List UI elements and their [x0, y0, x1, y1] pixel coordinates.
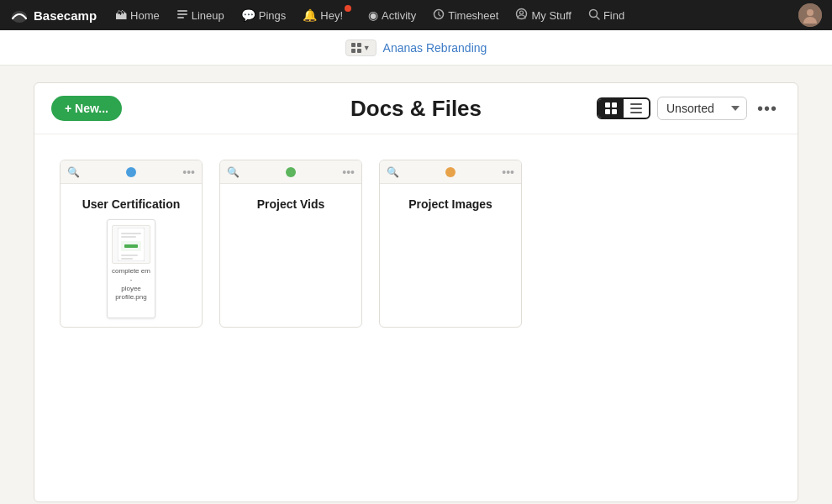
nav-timesheet-label: Timesheet: [448, 9, 498, 22]
file-thumbnail[interactable]: complete em-ployeeprofile.png: [107, 219, 155, 318]
nav-home-label: Home: [130, 9, 160, 22]
svg-rect-12: [351, 49, 355, 53]
list-view-button[interactable]: [624, 99, 649, 118]
app-name: Basecamp: [34, 8, 97, 23]
grid-view-button[interactable]: [598, 99, 624, 118]
lineup-icon: [176, 8, 188, 23]
nav-lineup[interactable]: Lineup: [170, 0, 231, 30]
folder-files: [388, 219, 513, 318]
nav-hey[interactable]: 🔔 Hey!: [296, 0, 358, 30]
svg-point-6: [520, 11, 524, 14]
folder-search-icon: 🔍: [227, 166, 240, 178]
toolbar-right: Unsorted By Name By Date By Creator •••: [597, 95, 781, 122]
folder-more-icon[interactable]: •••: [342, 165, 355, 179]
nav-activity-label: Activity: [382, 9, 416, 22]
folders-grid: 🔍 ••• User Certification: [34, 134, 798, 353]
main-content: + New... Docs & Files: [0, 66, 832, 504]
topnav-right: [798, 3, 822, 27]
svg-rect-13: [357, 49, 361, 53]
folder-project-vids[interactable]: 🔍 ••• Project Vids: [219, 160, 362, 328]
svg-rect-20: [630, 112, 642, 113]
svg-rect-22: [121, 233, 141, 234]
avatar[interactable]: [798, 3, 822, 27]
folder-header: 🔍 •••: [61, 160, 202, 184]
more-options-button[interactable]: •••: [754, 95, 781, 122]
svg-rect-26: [121, 255, 138, 256]
nav-activity[interactable]: ◉ Activity: [361, 0, 423, 30]
svg-rect-17: [612, 109, 617, 114]
svg-rect-16: [605, 109, 610, 114]
nav-lineup-label: Lineup: [192, 9, 224, 22]
file-name: complete em-ployeeprofile.png: [111, 267, 151, 302]
nav-pings-label: Pings: [259, 9, 287, 22]
hey-icon: 🔔: [303, 8, 317, 22]
nav-mystuff-label: My Stuff: [531, 9, 571, 22]
svg-rect-19: [630, 108, 642, 109]
nav-home[interactable]: 🏔 Home: [108, 0, 166, 30]
nav-hey-label: Hey!: [320, 9, 343, 22]
chevron-down-icon: ▼: [363, 44, 371, 52]
home-icon: 🏔: [115, 8, 127, 22]
folder-search-icon: 🔍: [387, 166, 399, 178]
folder-name: User Certification: [69, 192, 193, 219]
nav-mystuff[interactable]: My Stuff: [508, 0, 577, 30]
new-button[interactable]: + New...: [51, 96, 122, 121]
docs-panel: + New... Docs & Files: [34, 82, 798, 502]
folder-search-icon: 🔍: [67, 166, 80, 178]
svg-rect-3: [177, 17, 184, 18]
grid-view-icon: [605, 102, 617, 114]
nav-find[interactable]: Find: [582, 0, 631, 30]
mystuff-icon: [515, 8, 528, 23]
folder-body: User Certification: [61, 184, 202, 327]
folder-body: Project Images: [380, 184, 521, 327]
view-toggle: [597, 97, 650, 119]
folder-color-dot: [286, 167, 296, 177]
top-navigation: Basecamp 🏔 Home Lineup 💬 Pings 🔔 Hey! ◉ …: [0, 0, 832, 30]
folder-color-dot: [126, 167, 136, 177]
svg-rect-27: [121, 258, 133, 260]
folder-body: Project Vids: [220, 184, 361, 327]
svg-point-9: [807, 9, 814, 16]
ellipsis-icon: •••: [757, 99, 777, 118]
folder-project-images[interactable]: 🔍 ••• Project Images: [379, 160, 522, 328]
timesheet-icon: [433, 8, 445, 23]
folder-more-icon[interactable]: •••: [182, 165, 195, 179]
folder-files: [229, 219, 353, 318]
svg-rect-18: [630, 103, 642, 105]
find-icon: [588, 8, 600, 23]
hey-badge: [345, 5, 351, 12]
svg-rect-14: [605, 102, 610, 108]
svg-rect-2: [177, 13, 187, 15]
docs-toolbar: + New... Docs & Files: [34, 83, 798, 134]
svg-rect-23: [121, 236, 136, 238]
basecamp-logo[interactable]: Basecamp: [10, 6, 97, 24]
folder-name: Project Vids: [229, 192, 353, 219]
folder-color-dot: [445, 167, 455, 177]
breadcrumb-project-link[interactable]: Ananas Rebranding: [383, 41, 487, 55]
nav-find-label: Find: [603, 9, 624, 22]
folder-name: Project Images: [388, 192, 513, 219]
list-view-icon: [630, 102, 642, 114]
svg-rect-1: [177, 10, 187, 12]
svg-rect-10: [351, 43, 355, 47]
folder-header: 🔍 •••: [220, 160, 361, 184]
folder-files: complete em-ployeeprofile.png: [69, 219, 193, 318]
grid-icon: [351, 43, 361, 53]
folder-user-certification[interactable]: 🔍 ••• User Certification: [60, 160, 203, 328]
file-preview: [112, 225, 150, 264]
sort-select[interactable]: Unsorted By Name By Date By Creator: [657, 97, 747, 120]
page-title: Docs & Files: [350, 96, 482, 122]
breadcrumb-bar: ▼ Ananas Rebranding: [0, 30, 832, 66]
svg-rect-15: [612, 102, 617, 108]
folder-more-icon[interactable]: •••: [502, 165, 514, 179]
svg-rect-11: [357, 43, 361, 47]
nav-timesheet[interactable]: Timesheet: [426, 0, 505, 30]
project-grid-button[interactable]: ▼: [345, 39, 377, 56]
nav-pings[interactable]: 💬 Pings: [234, 0, 293, 30]
pings-icon: 💬: [241, 8, 255, 22]
activity-icon: ◉: [368, 8, 378, 22]
svg-rect-25: [124, 244, 138, 248]
folder-header: 🔍 •••: [380, 160, 521, 184]
